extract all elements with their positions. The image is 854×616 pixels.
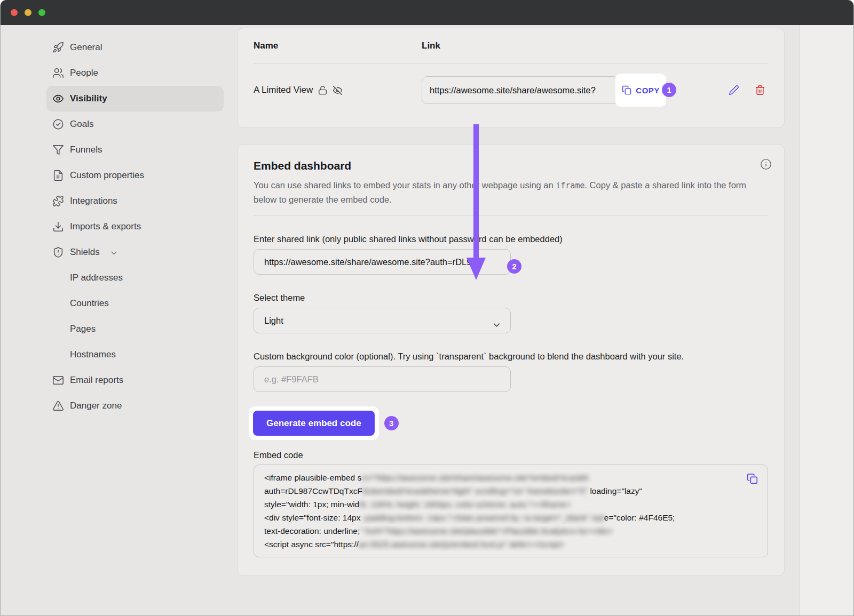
embed-code-box[interactable]: <iframe plausible-embed src="https://awe… xyxy=(254,465,768,557)
check-circle-icon xyxy=(52,118,64,130)
sidebar-item-label: Visibility xyxy=(70,93,107,104)
puzzle-icon xyxy=(52,195,64,207)
sidebar-item-label: IP addresses xyxy=(70,273,123,283)
embed-code-text: <iframe plausible-embed src="https://awe… xyxy=(264,471,742,551)
sidebar-item-goals[interactable]: Goals xyxy=(46,111,224,137)
generate-row: Generate embed code 3 xyxy=(249,406,768,440)
users-icon xyxy=(52,67,64,79)
zoom-button[interactable] xyxy=(38,9,45,16)
theme-select-value: Light xyxy=(264,316,283,326)
sidebar-item-label: Countries xyxy=(70,298,109,309)
column-header-link: Link xyxy=(422,41,440,51)
sidebar-item-danger-zone[interactable]: Danger zone xyxy=(46,393,224,419)
sidebar-item-label: Funnels xyxy=(70,145,102,155)
sidebar-item-pages[interactable]: Pages xyxy=(46,316,224,342)
warning-icon xyxy=(52,400,64,412)
theme-field-label: Select theme xyxy=(254,292,768,303)
shared-link-field-wrap: 2 xyxy=(254,249,511,275)
edit-pencil-icon[interactable] xyxy=(729,85,739,95)
sidebar-item-label: General xyxy=(70,42,102,53)
embed-shared-link-input[interactable] xyxy=(254,249,511,275)
rocket-icon xyxy=(52,42,64,53)
column-header-name: Name xyxy=(254,41,422,51)
embed-code-label: Embed code xyxy=(254,450,768,460)
theme-field-wrap: Light xyxy=(254,308,511,333)
settings-scroll-region: General People Visibility xyxy=(1,25,800,616)
table-divider xyxy=(254,63,768,64)
settings-sidebar: General People Visibility xyxy=(1,25,237,616)
sidebar-item-label: Imports & exports xyxy=(70,221,141,232)
shared-links-card: Name Link A Limited View xyxy=(237,28,785,128)
shared-link-field-label: Enter shared link (only public shared li… xyxy=(254,233,768,245)
shared-link-name: A Limited View xyxy=(254,85,422,95)
theme-select[interactable]: Light xyxy=(254,308,511,333)
download-icon xyxy=(52,221,64,233)
row-actions xyxy=(729,85,768,95)
sidebar-item-label: Pages xyxy=(70,324,96,334)
bg-color-field-label: Custom background color (optional). Try … xyxy=(254,350,768,362)
shared-link-url-input[interactable] xyxy=(422,76,619,104)
embed-card-title: Embed dashboard xyxy=(254,159,768,172)
sidebar-item-shields[interactable]: Shields xyxy=(46,239,224,265)
generate-spotlight: Generate embed code xyxy=(249,406,379,440)
copy-code-icon[interactable] xyxy=(747,473,758,485)
sidebar-item-label: Danger zone xyxy=(70,401,122,411)
shared-links-header: Name Link xyxy=(254,28,768,51)
embed-card-description: You can use shared links to embed your s… xyxy=(254,178,768,206)
close-button[interactable] xyxy=(11,9,18,16)
step-badge-2: 2 xyxy=(507,259,521,274)
sidebar-item-label: Integrations xyxy=(70,196,117,206)
generate-embed-code-button[interactable]: Generate embed code xyxy=(253,411,375,436)
sidebar-item-label: Hostnames xyxy=(70,349,116,360)
copy-button-label: COPY xyxy=(636,86,659,95)
chevron-down-icon xyxy=(109,249,118,258)
minimize-button[interactable] xyxy=(25,9,31,16)
envelope-icon xyxy=(52,374,64,386)
shared-link-row: A Limited View xyxy=(254,76,768,104)
sidebar-item-label: Shields xyxy=(70,247,100,258)
sidebar-item-integrations[interactable]: Integrations xyxy=(46,188,224,214)
section-divider xyxy=(254,215,768,216)
step-badge-3: 3 xyxy=(384,416,399,430)
copy-link-button[interactable]: COPY xyxy=(615,74,666,107)
description-text: You can use shared links to embed your s… xyxy=(254,180,556,190)
info-icon[interactable] xyxy=(760,158,772,170)
sidebar-item-people[interactable]: People xyxy=(46,60,224,86)
shared-link-name-label: A Limited View xyxy=(254,85,313,95)
eye-off-icon xyxy=(333,85,343,95)
sidebar-item-hostnames[interactable]: Hostnames xyxy=(46,342,224,367)
app-window: General People Visibility xyxy=(0,0,854,616)
sidebar-item-imports-exports[interactable]: Imports & exports xyxy=(46,214,224,239)
document-icon xyxy=(52,170,64,181)
bg-color-input[interactable] xyxy=(254,366,511,392)
delete-trash-icon[interactable] xyxy=(755,85,765,95)
sidebar-item-visibility[interactable]: Visibility xyxy=(46,86,224,111)
step-badge-1: 1 xyxy=(662,83,676,97)
embed-dashboard-card: Embed dashboard You can use shared links… xyxy=(237,144,785,576)
eye-icon xyxy=(52,93,64,105)
sidebar-item-custom-properties[interactable]: Custom properties xyxy=(46,163,224,188)
sidebar-item-label: Custom properties xyxy=(70,170,144,181)
funnel-icon xyxy=(52,144,64,156)
sidebar-item-email-reports[interactable]: Email reports xyxy=(46,367,224,393)
sidebar-item-general[interactable]: General xyxy=(46,35,224,60)
sidebar-item-label: People xyxy=(70,68,98,78)
window-content: General People Visibility xyxy=(1,25,853,616)
unlock-icon xyxy=(318,85,328,95)
sidebar-item-label: Email reports xyxy=(70,375,123,386)
sidebar-item-ip-addresses[interactable]: IP addresses xyxy=(46,265,224,291)
copy-icon xyxy=(622,85,632,95)
sidebar-item-countries[interactable]: Countries xyxy=(46,291,224,316)
shield-icon xyxy=(52,246,64,258)
settings-main: Name Link A Limited View xyxy=(237,25,800,616)
sidebar-item-funnels[interactable]: Funnels xyxy=(46,137,224,163)
window-titlebar xyxy=(1,0,853,25)
shared-link-cell: COPY 1 xyxy=(422,76,619,104)
sidebar-item-label: Goals xyxy=(70,119,93,130)
description-code: iframe xyxy=(556,181,584,190)
